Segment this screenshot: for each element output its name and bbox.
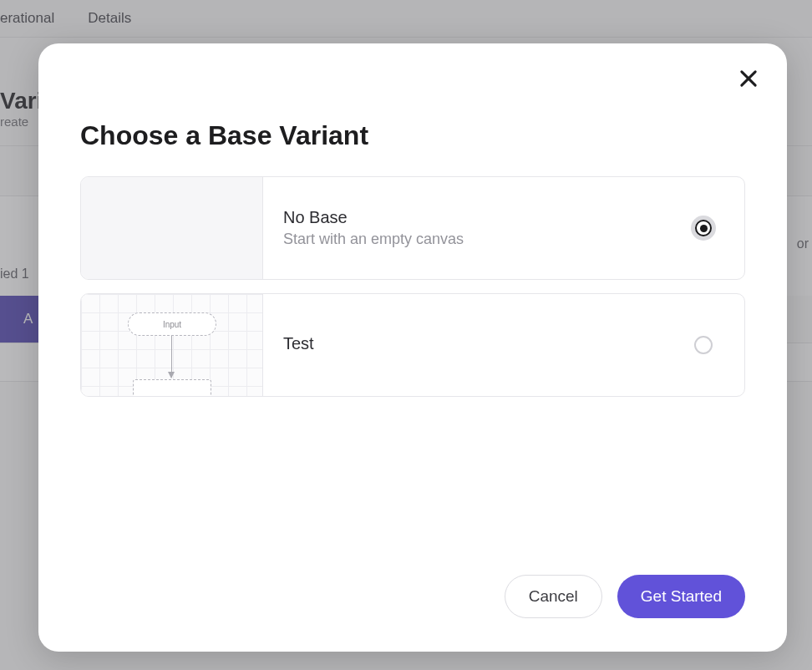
thumb-input-node: Input xyxy=(128,312,216,336)
variant-option-title: No Base xyxy=(283,208,678,227)
variant-option-list: No Base Start with an empty canvas Input xyxy=(80,176,745,397)
get-started-button[interactable]: Get Started xyxy=(617,575,745,618)
variant-thumb-blank xyxy=(81,177,263,279)
variant-option-description: Start with an empty canvas xyxy=(283,231,678,248)
variant-option-test[interactable]: Input Test xyxy=(80,293,745,397)
cancel-button[interactable]: Cancel xyxy=(505,575,602,618)
close-icon xyxy=(737,67,760,90)
modal-footer: Cancel Get Started xyxy=(80,575,745,618)
choose-base-variant-modal: Choose a Base Variant No Base Start with… xyxy=(38,43,787,652)
variant-option-radio[interactable] xyxy=(694,336,713,354)
modal-title: Choose a Base Variant xyxy=(80,120,745,151)
variant-option-no-base[interactable]: No Base Start with an empty canvas xyxy=(80,176,745,280)
variant-thumb-flow: Input xyxy=(81,294,263,396)
variant-option-title: Test xyxy=(283,334,681,353)
variant-option-radio[interactable] xyxy=(691,216,716,241)
close-button[interactable] xyxy=(733,63,764,94)
thumb-target-node xyxy=(133,379,211,397)
arrow-down-icon xyxy=(171,336,172,378)
